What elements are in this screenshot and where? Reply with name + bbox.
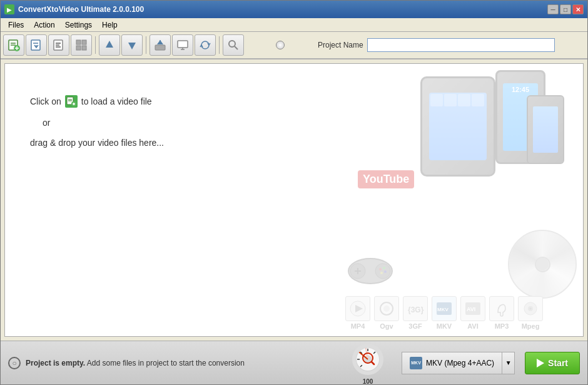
- status-text: Project is empty. Add some files in proj…: [26, 359, 245, 367]
- svg-point-40: [384, 270, 387, 273]
- svg-marker-17: [106, 41, 113, 48]
- format-mp4: MP4: [345, 296, 370, 330]
- svg-point-53: [530, 308, 532, 310]
- collage-inner: 12:45 YouTub: [320, 64, 583, 336]
- mkv-icon: MKV: [410, 357, 422, 369]
- svg-text:MKV: MKV: [437, 307, 449, 312]
- youtube-badge: YouTube: [358, 170, 414, 188]
- title-bar: ▶ ConvertXtoVideo Ultimate 2.0.0.100 ─ □…: [1, 1, 587, 18]
- svg-point-45: [383, 305, 390, 312]
- menu-action[interactable]: Action: [29, 19, 59, 31]
- svg-text:{3G}: {3G}: [408, 305, 424, 314]
- menu-settings[interactable]: Settings: [60, 19, 97, 31]
- main-window: ▶ ConvertXtoVideo Ultimate 2.0.0.100 ─ □…: [0, 0, 588, 385]
- zoom-slider[interactable]: [249, 40, 312, 50]
- toolbar-separator-1: [95, 36, 96, 54]
- search-button[interactable]: [223, 34, 244, 56]
- gamepad-icon: [345, 255, 395, 292]
- grid-button[interactable]: [71, 34, 92, 56]
- play-icon: [537, 359, 544, 367]
- zoom-slider-container: [249, 40, 312, 50]
- main-content-area: Click on to load a video file or drag & …: [4, 63, 584, 337]
- format-mkv: MKV MKV: [432, 296, 457, 330]
- maximize-button[interactable]: □: [560, 4, 571, 14]
- load-file-icon: [65, 95, 78, 108]
- cd-disc-image: [508, 230, 577, 299]
- format-label: MKV (Mpeg 4+AAC): [426, 359, 494, 367]
- svg-rect-16: [82, 46, 86, 50]
- tablet-image: [420, 76, 495, 177]
- gauge-value: 100: [363, 378, 373, 385]
- svg-text:AVI: AVI: [467, 306, 475, 312]
- text-button[interactable]: [48, 34, 69, 56]
- close-button[interactable]: ✕: [572, 4, 584, 14]
- small-phone-image: [527, 95, 564, 164]
- svg-rect-15: [76, 46, 81, 50]
- menu-bar: Files Action Settings Help: [1, 18, 587, 32]
- format-mp3: MP3: [489, 296, 514, 330]
- format-selector: MKV MKV (Mpeg 4+AAC) ▼: [402, 352, 515, 374]
- format-mpeg: Mpeg: [518, 296, 543, 330]
- screen-button[interactable]: [172, 34, 193, 56]
- project-name-container: Project Name: [318, 38, 555, 52]
- start-label: Start: [548, 358, 568, 368]
- svg-rect-19: [155, 45, 165, 50]
- instruction-line-3: drag & drop your video files here...: [30, 138, 164, 148]
- format-dropdown-button[interactable]: ▼: [502, 352, 515, 374]
- app-icon: ▶: [4, 4, 14, 14]
- start-button[interactable]: Start: [525, 352, 580, 374]
- format-icons-row: MP4 Ogv {3G} 3GF: [345, 296, 577, 330]
- format-3gp: {3G} 3GF: [403, 296, 428, 330]
- svg-rect-6: [31, 40, 40, 50]
- format-selector-button[interactable]: MKV MKV (Mpeg 4+AAC): [402, 352, 502, 374]
- status-bar: ○ Project is empty. Add some files in pr…: [1, 341, 587, 384]
- status-icon: ○: [8, 357, 21, 369]
- svg-rect-14: [82, 40, 86, 44]
- drop-zone-instructions: Click on to load a video file or drag & …: [30, 95, 164, 148]
- refresh-button[interactable]: [195, 34, 216, 56]
- format-avi: AVI AVI: [460, 296, 485, 330]
- instruction-line-1: Click on to load a video file: [30, 95, 164, 108]
- speed-gauge-container: 100: [349, 341, 387, 385]
- svg-point-39: [383, 267, 385, 269]
- toolbar-separator-3: [219, 36, 220, 54]
- toolbar-separator-2: [146, 36, 146, 54]
- download-button[interactable]: [26, 34, 47, 56]
- window-title: ConvertXtoVideo Ultimate 2.0.0.100: [18, 5, 544, 14]
- background-collage: 12:45 YouTub: [320, 64, 583, 336]
- export-button[interactable]: [150, 34, 171, 56]
- svg-point-25: [229, 41, 235, 47]
- menu-help[interactable]: Help: [97, 19, 123, 31]
- speed-gauge: [349, 341, 387, 378]
- project-name-input[interactable]: [367, 38, 555, 52]
- svg-point-35: [375, 264, 390, 279]
- instruction-line-2: or: [30, 118, 164, 128]
- toolbar: Project Name: [1, 32, 587, 59]
- svg-line-26: [235, 46, 238, 49]
- window-controls: ─ □ ✕: [547, 4, 584, 14]
- svg-rect-13: [76, 40, 81, 44]
- minimize-button[interactable]: ─: [547, 4, 559, 14]
- svg-marker-18: [128, 43, 136, 49]
- format-ogv: Ogv: [374, 296, 399, 330]
- move-up-button[interactable]: [99, 34, 120, 56]
- project-name-label: Project Name: [318, 41, 363, 49]
- svg-point-38: [379, 268, 382, 270]
- svg-point-41: [380, 272, 383, 274]
- menu-files[interactable]: Files: [3, 19, 29, 31]
- svg-rect-22: [178, 41, 188, 48]
- add-file-button[interactable]: [3, 34, 24, 56]
- move-down-button[interactable]: [121, 34, 143, 56]
